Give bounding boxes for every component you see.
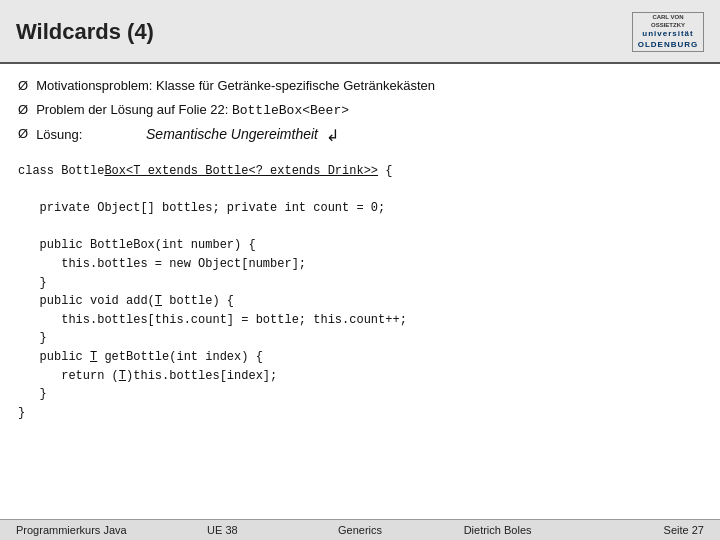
code-line-6: } — [18, 274, 702, 293]
code-line-13: } — [18, 404, 702, 423]
bullets-section: Ø Motivationsproblem: Klasse für Getränk… — [18, 76, 702, 152]
bullet-arrow-2: Ø — [18, 100, 28, 120]
code-line-1 — [18, 181, 702, 200]
footer-ue: UE 38 — [154, 524, 292, 536]
bullet3-prefix: Lösung: — [36, 127, 82, 142]
code-line-8: this.bottles[this.count] = bottle; this.… — [18, 311, 702, 330]
code-line-3 — [18, 218, 702, 237]
footer-author: Dietrich Boles — [429, 524, 567, 536]
slide-content: Ø Motivationsproblem: Klasse für Getränk… — [0, 64, 720, 519]
code-line-0: class BottleBox<T extends Bottle<? exten… — [18, 162, 702, 181]
logo-line1: CARL VONOSSIETZKY — [651, 14, 685, 30]
university-logo: CARL VONOSSIETZKY universitätOLDENBURG — [632, 12, 704, 52]
bullet-text-1: Motivationsproblem: Klasse für Getränke-… — [36, 76, 435, 96]
slide-title: Wildcards (4) — [16, 19, 154, 45]
code-line-11: return (T)this.bottles[index]; — [18, 367, 702, 386]
code-line-5: this.bottles = new Object[number]; — [18, 255, 702, 274]
semantic-ungereimtheit: Semantische Ungereimtheit — [146, 124, 318, 145]
logo-line2: universitätOLDENBURG — [638, 29, 699, 50]
bullet-item-3: Ø Lösung: Semantische Ungereimtheit ↲ — [18, 124, 702, 148]
bullet-item-1: Ø Motivationsproblem: Klasse für Getränk… — [18, 76, 702, 96]
slide-footer: Programmierkurs Java UE 38 Generics Diet… — [0, 519, 720, 540]
code-line-10: public T getBottle(int index) { — [18, 348, 702, 367]
slide: Wildcards (4) CARL VONOSSIETZKY universi… — [0, 0, 720, 540]
bullet2-prefix: Problem der Lösung auf Folie 22: — [36, 102, 232, 117]
bullet-item-2: Ø Problem der Lösung auf Folie 22: Bottl… — [18, 100, 702, 121]
code-block: class BottleBox<T extends Bottle<? exten… — [18, 162, 702, 515]
slide-header: Wildcards (4) CARL VONOSSIETZKY universi… — [0, 0, 720, 64]
bullet-text-3: Lösung: Semantische Ungereimtheit ↲ — [36, 124, 339, 148]
bullet-text-2: Problem der Lösung auf Folie 22: BottleB… — [36, 100, 349, 121]
code-line-9: } — [18, 329, 702, 348]
bullet-arrow-3: Ø — [18, 124, 28, 144]
footer-page: Seite 27 — [566, 524, 704, 536]
code-line-4: public BottleBox(int number) { — [18, 236, 702, 255]
code-line-2: private Object[] bottles; private int co… — [18, 199, 702, 218]
bullet-arrow-1: Ø — [18, 76, 28, 96]
logo-area: CARL VONOSSIETZKY universitätOLDENBURG — [624, 10, 704, 54]
arrow-icon: ↲ — [326, 124, 339, 148]
footer-course: Programmierkurs Java — [16, 524, 154, 536]
code-line-12: } — [18, 385, 702, 404]
bullet2-code: BottleBox<Beer> — [232, 103, 349, 118]
footer-topic: Generics — [291, 524, 429, 536]
code-line-7: public void add(T bottle) { — [18, 292, 702, 311]
